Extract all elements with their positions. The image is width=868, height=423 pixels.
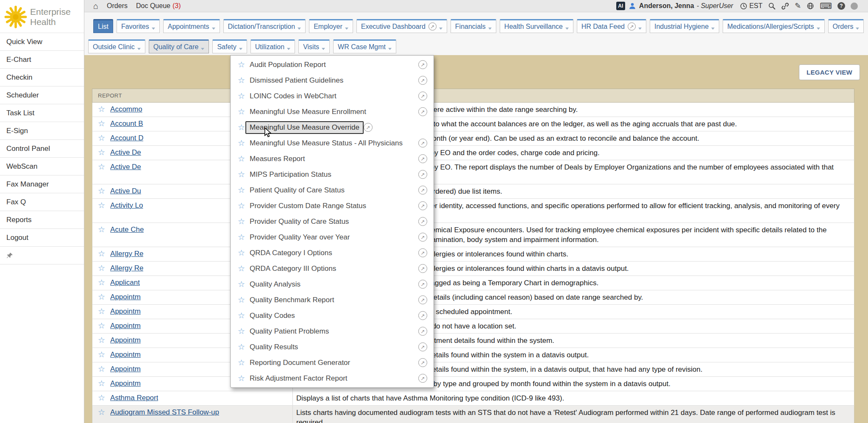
favorite-star-icon[interactable]: ☆ <box>98 134 105 143</box>
home-icon[interactable]: ⌂ <box>93 2 98 10</box>
sidebar-item[interactable]: Scheduler <box>0 86 84 104</box>
sidebar-item[interactable]: Fax Q <box>0 193 84 211</box>
favorite-star-icon[interactable]: ☆ <box>98 278 105 287</box>
open-in-new-icon[interactable]: ↗ <box>418 248 427 257</box>
dropdown-item[interactable]: ☆ Provider Quality Year over Year ↗ <box>231 229 434 245</box>
favorite-star-icon[interactable]: ☆ <box>238 311 245 320</box>
open-in-new-icon[interactable]: ↗ <box>418 358 427 367</box>
favorite-star-icon[interactable]: ☆ <box>238 373 245 383</box>
report-link[interactable]: Appointm <box>110 336 141 345</box>
favorite-star-icon[interactable]: ☆ <box>98 408 105 417</box>
dropdown-item[interactable]: ☆ Quality Analysis ↗ <box>231 276 434 292</box>
sidebar-item[interactable]: Reports <box>0 211 84 229</box>
tab[interactable]: Health Surveillance <box>500 19 573 33</box>
ai-badge[interactable]: AI <box>616 2 625 10</box>
favorite-star-icon[interactable]: ☆ <box>98 225 105 234</box>
clock-icon[interactable] <box>740 3 747 10</box>
report-link[interactable]: Active Du <box>110 186 141 196</box>
tab[interactable]: Favorites <box>117 19 160 33</box>
report-link[interactable]: Allergy Re <box>110 264 143 273</box>
open-in-new-icon[interactable]: ↗ <box>364 123 373 132</box>
favorite-star-icon[interactable]: ☆ <box>238 185 245 195</box>
dropdown-item[interactable]: ☆ Quality Codes ↗ <box>231 308 434 323</box>
status-circle-icon[interactable] <box>851 3 858 10</box>
dropdown-item[interactable]: ☆ Meaningful Use Measure Override ↗ <box>231 120 434 135</box>
favorite-star-icon[interactable]: ☆ <box>238 201 245 211</box>
tab[interactable]: Safety <box>212 39 247 53</box>
open-in-new-icon[interactable]: ↗ <box>418 327 427 336</box>
tab[interactable]: HR Data Feed ↗ <box>577 19 646 33</box>
favorite-star-icon[interactable]: ☆ <box>238 358 245 367</box>
open-in-new-icon[interactable]: ↗ <box>418 139 427 147</box>
favorite-star-icon[interactable]: ☆ <box>98 105 105 114</box>
tab[interactable]: Executive Dashboard ↗ <box>356 19 447 33</box>
report-link[interactable]: Appointm <box>110 379 141 388</box>
pencil-icon[interactable]: ✎ <box>795 2 801 10</box>
globe-icon[interactable] <box>807 2 814 10</box>
sidebar-item[interactable]: Quick View <box>0 33 84 51</box>
favorite-star-icon[interactable]: ☆ <box>238 60 245 70</box>
dropdown-item[interactable]: ☆ Reporting Document Generator ↗ <box>231 355 434 370</box>
tab[interactable]: Quality of Care <box>149 39 209 53</box>
report-link[interactable]: Asthma Report <box>110 393 158 403</box>
favorite-star-icon[interactable]: ☆ <box>98 365 105 374</box>
dropdown-item[interactable]: ☆ Meaningful Use Measure Status - All Ph… <box>231 135 434 151</box>
tab[interactable]: Visits <box>298 39 330 53</box>
dropdown-item[interactable]: ☆ Dismissed Patient Guidelines ↗ <box>231 72 434 88</box>
favorite-star-icon[interactable]: ☆ <box>238 122 245 132</box>
favorite-star-icon[interactable]: ☆ <box>238 326 245 336</box>
tab[interactable]: Utilization <box>250 39 295 53</box>
tab[interactable]: Appointments <box>163 19 220 33</box>
open-in-new-icon[interactable]: ↗ <box>418 92 427 100</box>
dropdown-item[interactable]: ☆ LOINC Codes in WebChart ↗ <box>231 88 434 104</box>
report-link[interactable]: Acute Che <box>110 225 144 234</box>
open-in-new-icon[interactable]: ↗ <box>418 107 427 116</box>
tab[interactable]: Dictation/Transcription <box>223 19 306 33</box>
sidebar-item[interactable]: Logout <box>0 229 84 247</box>
report-link[interactable]: Account B <box>110 119 143 128</box>
report-link[interactable]: Account D <box>110 134 143 143</box>
keyboard-icon[interactable]: ⌨ <box>820 2 832 10</box>
favorite-star-icon[interactable]: ☆ <box>98 119 105 128</box>
open-in-new-icon[interactable]: ↗ <box>418 280 427 289</box>
search-icon[interactable] <box>768 2 776 10</box>
topbar-doc-queue-link[interactable]: Doc Queue <box>136 2 170 10</box>
favorite-star-icon[interactable]: ☆ <box>238 154 245 164</box>
dropdown-item[interactable]: ☆ Quality Benchmark Report ↗ <box>231 292 434 308</box>
sidebar-item[interactable]: Task List <box>0 104 84 122</box>
tab[interactable]: Medications/Allergies/Scripts <box>723 19 825 33</box>
favorite-star-icon[interactable]: ☆ <box>238 75 245 85</box>
open-in-new-icon[interactable]: ↗ <box>418 295 427 304</box>
favorite-star-icon[interactable]: ☆ <box>98 264 105 273</box>
dropdown-item[interactable]: ☆ Provider Custom Date Range Status ↗ <box>231 198 434 214</box>
favorite-star-icon[interactable]: ☆ <box>98 350 105 359</box>
favorite-star-icon[interactable]: ☆ <box>238 91 245 101</box>
favorite-star-icon[interactable]: ☆ <box>98 379 105 388</box>
report-link[interactable]: Applicant <box>110 278 140 287</box>
report-link[interactable]: Accommo <box>110 105 142 114</box>
favorite-star-icon[interactable]: ☆ <box>98 307 105 316</box>
favorite-star-icon[interactable]: ☆ <box>238 107 245 117</box>
favorite-star-icon[interactable]: ☆ <box>238 295 245 305</box>
tab[interactable]: Outside Clinic <box>88 39 145 53</box>
favorite-star-icon[interactable]: ☆ <box>98 148 105 157</box>
favorite-star-icon[interactable]: ☆ <box>238 248 245 258</box>
open-in-new-icon[interactable]: ↗ <box>418 60 427 69</box>
favorite-star-icon[interactable]: ☆ <box>238 342 245 352</box>
open-in-new-icon[interactable]: ↗ <box>418 264 427 273</box>
report-link[interactable]: Appointm <box>110 321 141 331</box>
tab[interactable]: List <box>93 19 113 33</box>
dropdown-item[interactable]: ☆ MIPS Participation Status ↗ <box>231 167 434 182</box>
dropdown-item[interactable]: ☆ QRDA Category III Options ↗ <box>231 261 434 276</box>
tab[interactable]: Orders <box>828 19 864 33</box>
open-in-new-icon[interactable]: ↗ <box>418 233 427 242</box>
topbar-orders-link[interactable]: Orders <box>107 2 128 10</box>
dropdown-item[interactable]: ☆ Quality Results ↗ <box>231 339 434 355</box>
open-in-new-icon[interactable]: ↗ <box>418 311 427 320</box>
user-name[interactable]: Anderson, Jenna <box>639 2 694 10</box>
sidebar-item[interactable]: Checkin <box>0 69 84 86</box>
report-link[interactable]: Active De <box>110 148 141 157</box>
favorite-star-icon[interactable]: ☆ <box>98 249 105 259</box>
sidebar-pin-row[interactable] <box>0 247 84 264</box>
dropdown-item[interactable]: ☆ Provider Quality of Care Status ↗ <box>231 214 434 229</box>
